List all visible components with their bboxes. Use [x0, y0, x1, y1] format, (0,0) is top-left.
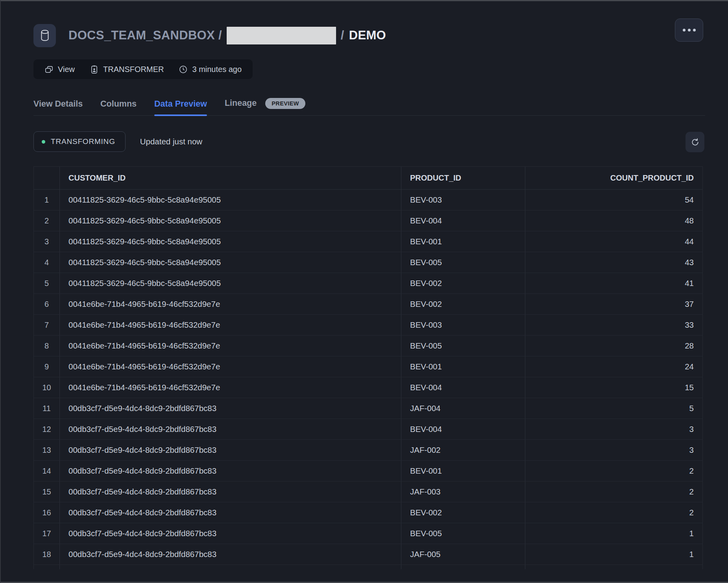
more-actions-button[interactable] — [675, 18, 703, 42]
count-cell: 43 — [525, 252, 702, 273]
count-cell: 2 — [525, 461, 702, 481]
product-id-cell: BEV-003 — [401, 190, 525, 210]
object-detail-panel: DOCS_TEAM_SANDBOX / / DEMO View TRANSFOR… — [0, 0, 728, 583]
table-row[interactable]: 19 00db3cf7-d5e9-4dc4-8dc9-2bdfd867bc83 — [34, 565, 702, 569]
count-cell: 33 — [525, 315, 702, 335]
product-id-cell: BEV-004 — [401, 377, 525, 398]
status-dot-icon — [42, 140, 45, 144]
row-number-cell: 14 — [34, 461, 59, 481]
transformer-icon — [90, 65, 99, 74]
customer-id-cell: 00db3cf7-d5e9-4dc4-8dc9-2bdfd867bc83 — [59, 523, 401, 544]
ellipsis-icon — [683, 29, 686, 31]
customer-id-cell: 0041e6be-71b4-4965-b619-46cf532d9e7e — [59, 294, 401, 314]
row-number-cell: 15 — [34, 482, 59, 502]
product-id-cell: BEV-002 — [401, 502, 525, 523]
product-id-cell: BEV-005 — [401, 523, 525, 544]
table-row[interactable]: 12 00db3cf7-d5e9-4dc4-8dc9-2bdfd867bc83 … — [34, 419, 702, 440]
table-row[interactable]: 15 00db3cf7-d5e9-4dc4-8dc9-2bdfd867bc83 … — [34, 482, 702, 502]
title-name: DEMO — [349, 28, 386, 42]
table-row[interactable]: 16 00db3cf7-d5e9-4dc4-8dc9-2bdfd867bc83 … — [34, 502, 702, 523]
last-updated-badge: 3 minutes ago — [179, 65, 242, 74]
tab-lineage[interactable]: Lineage PREVIEW — [225, 98, 305, 116]
customer-id-cell: 00411825-3629-46c5-9bbc-5c8a94e95005 — [59, 252, 401, 273]
title-prefix: DOCS_TEAM_SANDBOX / — [68, 28, 222, 42]
product-id-cell: BEV-003 — [401, 315, 525, 335]
row-number-cell: 10 — [34, 377, 59, 398]
count-cell: 1 — [525, 523, 702, 544]
refresh-button[interactable] — [686, 132, 704, 152]
customer-id-cell: 0041e6be-71b4-4965-b619-46cf532d9e7e — [59, 377, 401, 398]
preview-badge: PREVIEW — [265, 98, 305, 109]
row-number-cell: 1 — [34, 190, 59, 210]
tab-label: Columns — [100, 99, 137, 109]
table-row[interactable]: 18 00db3cf7-d5e9-4dc4-8dc9-2bdfd867bc83 … — [34, 544, 702, 565]
product-id-cell: BEV-001 — [401, 461, 525, 481]
customer-id-cell: 00411825-3629-46c5-9bbc-5c8a94e95005 — [59, 231, 401, 252]
row-number-cell: 9 — [34, 356, 59, 377]
table-row[interactable]: 2 00411825-3629-46c5-9bbc-5c8a94e95005 B… — [34, 210, 702, 231]
table-row[interactable]: 1 00411825-3629-46c5-9bbc-5c8a94e95005 B… — [34, 190, 702, 210]
customer-id-cell: 00db3cf7-d5e9-4dc4-8dc9-2bdfd867bc83 — [59, 461, 401, 481]
customer-id-cell: 00db3cf7-d5e9-4dc4-8dc9-2bdfd867bc83 — [59, 419, 401, 439]
count-cell: 48 — [525, 210, 702, 231]
view-icon — [44, 65, 54, 74]
product-id-cell: BEV-005 — [401, 336, 525, 356]
tab-data-preview[interactable]: Data Preview — [154, 99, 207, 115]
tab-columns[interactable]: Columns — [100, 99, 137, 115]
table-row[interactable]: 7 0041e6be-71b4-4965-b619-46cf532d9e7e B… — [34, 315, 702, 336]
product-id-cell: JAF-005 — [401, 544, 525, 565]
row-number-cell: 18 — [34, 544, 59, 565]
table-row[interactable]: 6 0041e6be-71b4-4965-b619-46cf532d9e7e B… — [34, 294, 702, 315]
table-row[interactable]: 11 00db3cf7-d5e9-4dc4-8dc9-2bdfd867bc83 … — [34, 398, 702, 419]
page-title: DOCS_TEAM_SANDBOX / / DEMO — [68, 27, 386, 44]
status-badge: TRANSFORMING — [33, 131, 126, 152]
customer-id-cell: 0041e6be-71b4-4965-b619-46cf532d9e7e — [59, 356, 401, 377]
count-cell: 54 — [525, 190, 702, 210]
table-row[interactable]: 8 0041e6be-71b4-4965-b619-46cf532d9e7e B… — [34, 336, 702, 356]
row-number-cell: 2 — [34, 210, 59, 231]
table-row[interactable]: 13 00db3cf7-d5e9-4dc4-8dc9-2bdfd867bc83 … — [34, 440, 702, 461]
customer-id-cell: 00db3cf7-d5e9-4dc4-8dc9-2bdfd867bc83 — [59, 440, 401, 460]
customer-id-cell: 00db3cf7-d5e9-4dc4-8dc9-2bdfd867bc83 — [59, 482, 401, 502]
row-number-cell: 12 — [34, 419, 59, 439]
refresh-icon — [691, 138, 700, 147]
tab-label: Data Preview — [154, 99, 207, 109]
updated-text: Updated just now — [140, 137, 202, 146]
count-cell: 3 — [525, 440, 702, 460]
table-row[interactable]: 4 00411825-3629-46c5-9bbc-5c8a94e95005 B… — [34, 252, 702, 273]
product-id-cell: BEV-001 — [401, 231, 525, 252]
row-number-cell: 5 — [34, 273, 59, 293]
customer-id-cell: 0041e6be-71b4-4965-b619-46cf532d9e7e — [59, 315, 401, 335]
table-row[interactable]: 9 0041e6be-71b4-4965-b619-46cf532d9e7e B… — [34, 356, 702, 377]
product-id-cell — [401, 565, 525, 569]
product-id-cell: BEV-005 — [401, 252, 525, 273]
count-cell: 24 — [525, 356, 702, 377]
meta-badge-bar: View TRANSFORMER 3 minutes ago — [33, 59, 253, 79]
table-row[interactable]: 17 00db3cf7-d5e9-4dc4-8dc9-2bdfd867bc83 … — [34, 523, 702, 544]
tab-label: Lineage — [225, 98, 257, 108]
product-id-cell: JAF-003 — [401, 482, 525, 502]
count-cell: 44 — [525, 231, 702, 252]
column-header-count-product-id: COUNT_PRODUCT_ID — [525, 167, 702, 189]
table-row[interactable]: 3 00411825-3629-46c5-9bbc-5c8a94e95005 B… — [34, 231, 702, 252]
column-header-customer-id: CUSTOMER_ID — [59, 167, 401, 189]
table-row[interactable]: 5 00411825-3629-46c5-9bbc-5c8a94e95005 B… — [34, 273, 702, 294]
title-slash: / — [341, 28, 344, 42]
tab-view-details[interactable]: View Details — [33, 99, 83, 115]
row-number-cell: 6 — [34, 294, 59, 314]
count-cell: 28 — [525, 336, 702, 356]
row-number-cell: 13 — [34, 440, 59, 460]
count-cell — [525, 565, 702, 569]
product-id-cell: BEV-004 — [401, 210, 525, 231]
title-redacted-block — [227, 27, 336, 44]
product-id-cell: BEV-002 — [401, 294, 525, 314]
data-preview-table: CUSTOMER_ID PRODUCT_ID COUNT_PRODUCT_ID … — [33, 166, 703, 569]
row-number-header — [34, 167, 59, 189]
customer-id-cell: 00db3cf7-d5e9-4dc4-8dc9-2bdfd867bc83 — [59, 544, 401, 565]
row-number-cell: 3 — [34, 231, 59, 252]
product-id-cell: BEV-004 — [401, 419, 525, 439]
table-row[interactable]: 10 0041e6be-71b4-4965-b619-46cf532d9e7e … — [34, 377, 702, 398]
table-row[interactable]: 14 00db3cf7-d5e9-4dc4-8dc9-2bdfd867bc83 … — [34, 461, 702, 482]
count-cell: 2 — [525, 502, 702, 523]
customer-id-cell: 00db3cf7-d5e9-4dc4-8dc9-2bdfd867bc83 — [59, 565, 401, 569]
